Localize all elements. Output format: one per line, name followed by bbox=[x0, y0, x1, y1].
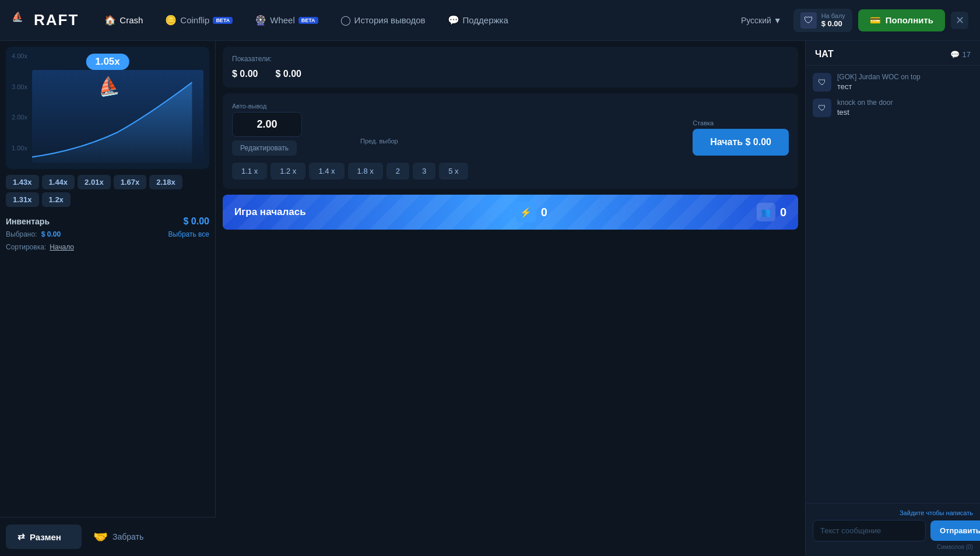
mult-btn-6[interactable]: 3 bbox=[413, 163, 435, 180]
navbar: ⛵ RAFT 🏠 Crash 🪙 Coinflip BETA 🎡 Wheel B… bbox=[0, 0, 980, 41]
msg-text-0: тест bbox=[837, 82, 921, 91]
msg-content-0: [GOK] Jurdan WOC on top тест bbox=[837, 73, 921, 91]
hist-badge-0[interactable]: 1.43x bbox=[6, 175, 39, 189]
login-link[interactable]: Зайдите чтобы написать bbox=[900, 509, 973, 516]
withdraw-text: Забрать bbox=[113, 532, 143, 541]
nav-coinflip[interactable]: 🪙 Coinflip BETA bbox=[157, 10, 241, 30]
stats-area: Показатели: $ 0.00 $ 0.00 bbox=[223, 47, 798, 87]
status-right: 👥 0 bbox=[757, 203, 786, 221]
start-button[interactable]: Начать $ 0.00 bbox=[693, 129, 789, 156]
exchange-button[interactable]: ⇄ Размен bbox=[6, 525, 82, 549]
prev-choice-group: Пред. выбор bbox=[349, 138, 693, 156]
language-selector[interactable]: Русский ▼ bbox=[735, 12, 788, 29]
msg-text-1: test bbox=[837, 108, 893, 117]
edit-button[interactable]: Редактировать bbox=[232, 140, 297, 156]
mult-btn-4[interactable]: 1.8 x bbox=[348, 163, 383, 180]
center-panel: Показатели: $ 0.00 $ 0.00 Авто-вывод Ред… bbox=[216, 41, 805, 556]
main-layout: 1.05x 4.00x 3.00x 2.00x 1.00x bbox=[0, 41, 980, 556]
bet-top-row: Авто-вывод Редактировать Пред. выбор Ста… bbox=[232, 103, 789, 156]
y-label-2: 2.00x bbox=[12, 114, 27, 121]
hist-badge-2[interactable]: 2.01x bbox=[78, 175, 111, 189]
chat-icon: 💬 bbox=[950, 50, 960, 59]
status-counter-1: ⚡ 0 bbox=[515, 202, 547, 223]
logo[interactable]: ⛵ RAFT bbox=[12, 11, 79, 30]
mult-btn-7[interactable]: 5 x bbox=[439, 163, 468, 180]
coinflip-icon: 🪙 bbox=[165, 15, 177, 26]
selected-label: Выбрано: bbox=[6, 230, 37, 238]
y-label-3: 3.00x bbox=[12, 83, 27, 90]
inventory-section: Инвентарь $ 0.00 Выбрано: $ 0.00 Выбрать… bbox=[6, 216, 209, 251]
chat-title: ЧАТ bbox=[815, 49, 834, 59]
msg-username-0: [GOK] Jurdan WOC on top bbox=[837, 73, 921, 81]
multiplier-buttons: 1.1 x 1.2 x 1.4 x 1.8 x 2 3 5 x bbox=[232, 163, 789, 180]
y-axis: 4.00x 3.00x 2.00x 1.00x bbox=[12, 52, 27, 152]
status-count-1: 0 bbox=[541, 206, 547, 219]
user-balance-widget[interactable]: 🛡 На балу $ 0.00 bbox=[793, 9, 852, 32]
stake-group: Ставка Начать $ 0.00 bbox=[693, 119, 789, 156]
mult-btn-1[interactable]: 1.1 x bbox=[232, 163, 267, 180]
game-status-bar: Игра началась ⚡ 0 👥 0 bbox=[223, 195, 798, 230]
user-avatar: 🛡 bbox=[800, 12, 817, 29]
mult-btn-3[interactable]: 1.4 x bbox=[309, 163, 344, 180]
deposit-button[interactable]: 💳 Пополнить bbox=[858, 9, 945, 31]
close-button[interactable]: ✕ bbox=[951, 12, 968, 29]
wheel-badge: BETA bbox=[298, 17, 318, 24]
send-button[interactable]: Отправить bbox=[930, 520, 980, 541]
mult-btn-5[interactable]: 2 bbox=[387, 163, 409, 180]
chat-footer: Зайдите чтобы написать Отправить Символо… bbox=[806, 503, 980, 556]
chat-chars: Символов (0) bbox=[813, 544, 973, 550]
stats-values: $ 0.00 $ 0.00 bbox=[232, 69, 789, 79]
multiplier-display: 1.05x bbox=[86, 54, 129, 70]
chat-input-row: Отправить bbox=[813, 520, 973, 541]
graph-fill: ⛵ bbox=[32, 70, 203, 163]
nav-crash[interactable]: 🏠 Crash bbox=[96, 10, 151, 30]
msg-content-1: knock on the door test bbox=[837, 98, 893, 117]
hist-badge-3[interactable]: 1.67x bbox=[114, 175, 147, 189]
inventory-value: $ 0.00 bbox=[184, 216, 209, 227]
auto-withdraw-input[interactable] bbox=[232, 112, 302, 137]
stat-value-2: $ 0.00 bbox=[275, 69, 301, 79]
sort-label: Сортировка: bbox=[6, 243, 46, 251]
chat-input[interactable] bbox=[813, 520, 926, 541]
logo-text: RAFT bbox=[34, 11, 79, 29]
hist-badge-4[interactable]: 2.18x bbox=[149, 175, 182, 189]
bet-area: Авто-вывод Редактировать Пред. выбор Ста… bbox=[223, 93, 798, 189]
lightning-icon: ⚡ bbox=[515, 202, 536, 223]
balance-label: На балу bbox=[821, 12, 845, 19]
withdraw-icon: 🤝 bbox=[93, 530, 108, 544]
stat-value-1: $ 0.00 bbox=[232, 69, 258, 79]
msg-username-1: knock on the door bbox=[837, 98, 893, 107]
msg-avatar-0: 🛡 bbox=[813, 73, 831, 92]
deposit-icon: 💳 bbox=[870, 15, 881, 26]
withdraw-area[interactable]: 🤝 Забрать bbox=[93, 530, 143, 544]
crash-icon: 🏠 bbox=[104, 15, 116, 26]
raft-icon: ⛵ bbox=[96, 74, 121, 98]
history-icon: ◯ bbox=[340, 15, 351, 26]
select-all-link[interactable]: Выбрать все bbox=[168, 230, 209, 238]
nav-history[interactable]: ◯ История выводов bbox=[332, 10, 434, 30]
hist-badge-5[interactable]: 1.31x bbox=[6, 192, 39, 207]
chat-panel: ЧАТ 💬 17 🛡 [GOK] Jurdan WOC on top тест … bbox=[805, 41, 980, 556]
exchange-icon: ⇄ bbox=[17, 532, 25, 542]
logo-icon: ⛵ bbox=[12, 11, 30, 30]
chat-messages: 🛡 [GOK] Jurdan WOC on top тест 🛡 knock o… bbox=[806, 66, 980, 503]
game-graph: 1.05x 4.00x 3.00x 2.00x 1.00x bbox=[6, 47, 209, 169]
nav-wheel[interactable]: 🎡 Wheel BETA bbox=[247, 10, 326, 30]
wheel-icon: 🎡 bbox=[255, 15, 266, 26]
history-badges: 1.43x 1.44x 2.01x 1.67x 2.18x 1.31x 1.2x bbox=[6, 175, 209, 207]
prev-choice-label: Пред. выбор bbox=[360, 138, 693, 145]
auto-withdraw-group: Авто-вывод Редактировать bbox=[232, 103, 349, 156]
chat-message-1: 🛡 knock on the door test bbox=[813, 98, 973, 117]
online-count: 17 bbox=[963, 50, 971, 59]
chat-login-hint: Зайдите чтобы написать bbox=[813, 509, 973, 516]
hist-badge-1[interactable]: 1.44x bbox=[42, 175, 75, 189]
auto-withdraw-label: Авто-вывод bbox=[232, 103, 349, 110]
selected-value: $ 0.00 bbox=[41, 230, 61, 238]
nav-support[interactable]: 💬 Поддержка bbox=[440, 10, 517, 30]
mult-btn-2[interactable]: 1.2 x bbox=[271, 163, 305, 180]
graph-area: ⛵ bbox=[32, 70, 203, 163]
hist-badge-6[interactable]: 1.2x bbox=[42, 192, 71, 207]
sort-value[interactable]: Начало bbox=[50, 243, 74, 251]
msg-avatar-1: 🛡 bbox=[813, 98, 831, 117]
players-icon: 👥 bbox=[757, 203, 775, 221]
